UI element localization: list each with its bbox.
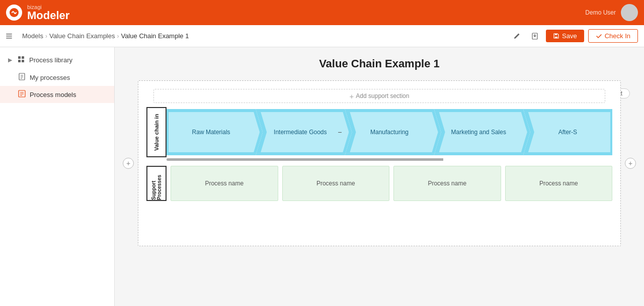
sidebar-process-library-label: Process library [29, 56, 72, 64]
header-left: bizagi Modeler [6, 4, 69, 21]
add-column-left-button[interactable]: + [123, 158, 134, 169]
process-models-icon [18, 90, 26, 99]
arrow-3-label: Manufacturing [370, 129, 409, 136]
sidebar-collapse-button[interactable] [0, 25, 18, 47]
svg-rect-5 [555, 37, 557, 38]
save-button[interactable]: Save [546, 30, 584, 42]
svg-rect-6 [555, 34, 557, 35]
sidebar: ▶ Process library My processes Process m… [0, 47, 115, 306]
arrow-4-label: Marketing and Sales [451, 129, 506, 136]
support-box-3[interactable]: Process name [393, 166, 501, 201]
arrow-4[interactable]: Marketing and Sales [434, 107, 523, 157]
user-avatar[interactable] [621, 4, 638, 21]
user-name: Demo User [585, 9, 616, 16]
sidebar-item-process-library[interactable]: ▶ Process library [0, 51, 114, 69]
svg-rect-2 [6, 36, 12, 37]
svg-rect-8 [22, 56, 24, 59]
logo-icon[interactable] [6, 5, 22, 21]
support-box-4[interactable]: Process name [505, 166, 613, 201]
breadcrumb-models[interactable]: Models [22, 32, 43, 40]
add-support-section-button[interactable]: + Add support section [153, 89, 605, 103]
my-processes-icon [18, 73, 26, 82]
arrow-1-label: Raw Materials [192, 129, 230, 136]
app-branding: bizagi Modeler [27, 4, 69, 21]
support-processes-label-box[interactable]: Support Processes [146, 166, 167, 201]
checkin-label: Check In [605, 32, 630, 40]
save-label: Save [562, 32, 577, 40]
sidebar-item-my-processes[interactable]: My processes [0, 69, 114, 86]
breadcrumb-sep-1: › [45, 33, 47, 40]
support-process-boxes: Process name Process name Process name P… [167, 166, 612, 201]
sidebar-item-process-models[interactable]: Process models [0, 86, 114, 103]
support-box-1[interactable]: Process name [171, 166, 278, 201]
support-processes-row: Support Processes Process name Process n… [146, 166, 612, 201]
svg-rect-7 [18, 56, 21, 59]
plus-icon: + [350, 92, 354, 100]
minus-icon-2: − [338, 128, 342, 136]
header-right: Demo User [585, 4, 638, 21]
svg-rect-10 [22, 60, 24, 62]
breadcrumb-left: Models › Value Chain Examples › Value Ch… [0, 25, 189, 47]
main-layout: ▶ Process library My processes Process m… [0, 47, 644, 306]
arrow-2-label: Intermediate Goods [274, 129, 327, 136]
diagram-wrapper: + + + Add support section Value chain in [138, 80, 621, 246]
scrollbar-indicator[interactable] [167, 158, 592, 161]
download-button[interactable] [528, 29, 542, 43]
arrow-5-label: After-S [558, 129, 577, 136]
user-info: Demo User [585, 9, 616, 16]
add-support-label: Add support section [356, 92, 409, 99]
breadcrumb: Models › Value Chain Examples › Value Ch… [18, 32, 189, 40]
breadcrumb-sep-2: › [117, 33, 119, 40]
value-chain-arrows: Raw Materials Intermediate Goods − [167, 107, 612, 157]
arrow-5[interactable]: After-S [523, 107, 612, 157]
content-area: Value Chain Example 1 Current + + + Add … [115, 47, 644, 306]
expand-arrow-icon: ▶ [8, 57, 12, 63]
diagram-canvas: + Add support section Value chain in [138, 80, 621, 246]
arrow-3[interactable]: Manufacturing [345, 107, 434, 157]
value-chain-label-box[interactable]: Value chain in [146, 107, 167, 157]
sidebar-my-processes-label: My processes [30, 74, 70, 81]
support-box-2[interactable]: Process name [282, 166, 390, 201]
svg-rect-9 [18, 60, 21, 62]
app-header: bizagi Modeler Demo User [0, 0, 644, 25]
svg-rect-1 [6, 34, 12, 35]
app-title: Modeler [27, 10, 69, 21]
arrow-1[interactable]: Raw Materials [167, 107, 256, 157]
sidebar-process-models-label: Process models [30, 91, 76, 98]
value-chain-row: Value chain in Raw Materials [146, 107, 612, 157]
diagram-title: Value Chain Example 1 [125, 57, 634, 70]
breadcrumb-value-chain-examples[interactable]: Value Chain Examples [49, 32, 115, 40]
add-column-right-button[interactable]: + [625, 158, 636, 169]
breadcrumb-actions: Save Check In [510, 29, 638, 43]
edit-button[interactable] [510, 29, 524, 43]
breadcrumb-current: Value Chain Example 1 [121, 32, 189, 40]
arrow-2[interactable]: Intermediate Goods − [256, 107, 345, 157]
breadcrumb-bar: Models › Value Chain Examples › Value Ch… [0, 25, 644, 47]
process-library-icon [17, 55, 25, 65]
checkin-button[interactable]: Check In [588, 29, 638, 43]
svg-rect-3 [6, 38, 12, 39]
